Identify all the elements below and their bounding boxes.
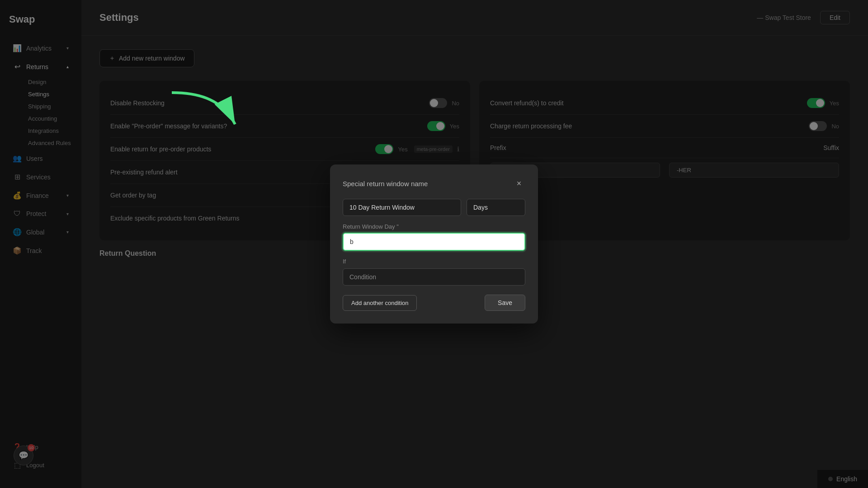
modal-number-input[interactable] [343,233,525,251]
modal-number-label: Return Window Day " [343,223,525,230]
modal-footer: Add another condition Save [343,295,525,311]
modal-number-wrapper: Return Window Day " [343,223,525,251]
if-label: If [343,258,525,265]
modal-condition-select[interactable]: Condition [343,268,525,286]
modal: Special return window name × Days Weeks … [330,164,538,324]
modal-header: Special return window name × [343,177,525,190]
modal-close-button[interactable]: × [513,177,525,190]
modal-period-select[interactable]: Days Weeks Months [467,199,525,216]
modal-title: Special return window name [343,180,428,188]
modal-name-row: Days Weeks Months [343,199,525,216]
add-condition-button[interactable]: Add another condition [343,295,417,311]
modal-name-input[interactable] [343,199,461,216]
save-button[interactable]: Save [485,295,525,311]
